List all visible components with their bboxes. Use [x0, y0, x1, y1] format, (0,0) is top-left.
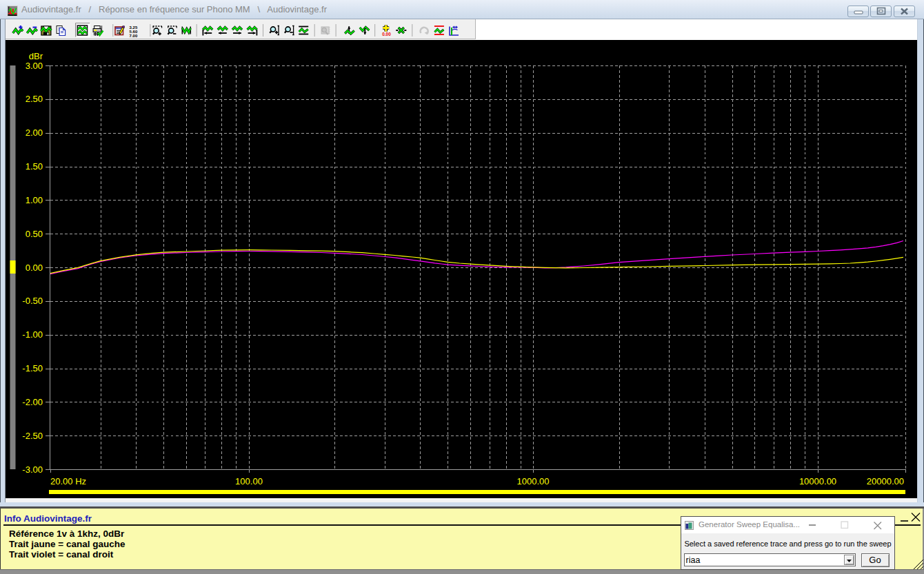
svg-text:0.00: 0.00: [382, 32, 391, 37]
svg-text:1.50: 1.50: [26, 161, 43, 172]
svg-text:2.50: 2.50: [26, 94, 43, 104]
svg-text:10000.00: 10000.00: [799, 476, 836, 486]
svg-text:20000.00: 20000.00: [867, 476, 904, 486]
svg-text:0.00: 0.00: [26, 263, 43, 273]
svg-text:2.00: 2.00: [26, 127, 43, 138]
svg-text:-0.50: -0.50: [22, 296, 43, 306]
svg-text:-1.50: -1.50: [22, 363, 43, 373]
svg-text:-1.00: -1.00: [22, 329, 43, 340]
svg-text:-2.00: -2.00: [22, 397, 43, 407]
svg-text:7.00: 7.00: [130, 34, 138, 38]
svg-text:0.50: 0.50: [26, 229, 43, 239]
svg-text:1.00: 1.00: [26, 195, 43, 205]
svg-text:100.00: 100.00: [235, 476, 263, 486]
svg-text:1000.00: 1000.00: [517, 476, 550, 486]
svg-text:-2.50: -2.50: [22, 431, 43, 441]
svg-text:20.00 Hz: 20.00 Hz: [50, 476, 86, 486]
svg-text:-3.00: -3.00: [22, 464, 43, 475]
svg-text:3.00: 3.00: [26, 61, 43, 71]
